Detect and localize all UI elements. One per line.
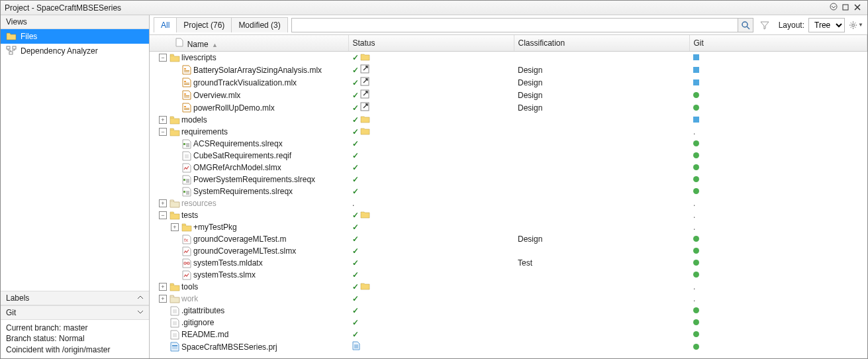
table-row[interactable]: OMGRefArchModel.slmx ✓	[150, 162, 867, 174]
classification-cell	[514, 221, 689, 233]
tab-modified[interactable]: Modified (3)	[231, 17, 287, 32]
file-name: groundCoverageMLTest.slmx	[193, 246, 296, 256]
check-icon: ✓	[352, 115, 359, 125]
git-clean-icon	[693, 176, 699, 182]
doc-status-icon	[352, 341, 360, 352]
mlx-icon	[181, 65, 192, 76]
table-row[interactable]: + +myTestPkg ✓ .	[150, 221, 867, 233]
labels-header[interactable]: Labels	[1, 291, 149, 305]
file-name: groundTrackVisualization.mlx	[193, 78, 297, 87]
check-icon: ✓	[352, 306, 359, 315]
classification-cell	[514, 293, 689, 305]
filter-button[interactable]	[757, 18, 772, 32]
table-row[interactable]: .gitattributes ✓	[150, 305, 867, 317]
slreqx-icon	[181, 186, 192, 197]
views-item-label: Dependency Analyzer	[21, 46, 98, 56]
check-icon: ✓	[352, 330, 359, 339]
search-button[interactable]	[738, 18, 753, 32]
folder-icon	[169, 210, 180, 221]
slmx-icon	[181, 162, 192, 173]
check-icon: ✓	[352, 246, 359, 256]
table-row[interactable]: + models ✓	[150, 114, 867, 126]
file-name: tests	[181, 211, 198, 220]
table-row[interactable]: SpaceCraftMBSESeries.prj	[150, 340, 867, 353]
collapse-icon[interactable]: −	[159, 128, 167, 136]
table-row[interactable]: + tools ✓ .	[150, 281, 867, 293]
slreqx-icon	[181, 138, 192, 149]
file-name: systemTests.slmx	[193, 270, 256, 280]
classification-cell	[514, 150, 689, 162]
svg-rect-3	[13, 46, 16, 49]
folder-icon	[181, 222, 192, 232]
svg-rect-9	[184, 72, 189, 72]
dropdown-icon[interactable]	[828, 3, 840, 13]
classification-cell	[514, 174, 689, 185]
git-none-icon: .	[693, 294, 695, 303]
folder-open-icon	[6, 31, 17, 42]
tab-all[interactable]: All	[154, 17, 177, 32]
column-git[interactable]: Git	[689, 35, 867, 52]
svg-rect-29	[172, 348, 177, 349]
table-row[interactable]: BatterySolarArraySizingAnalysis.mlx ✓ De…	[150, 64, 867, 76]
sort-ascending-icon: ▲	[212, 42, 218, 48]
table-row[interactable]: − requirements ✓ .	[150, 126, 867, 138]
expand-icon[interactable]: +	[171, 223, 179, 231]
table-row[interactable]: groundCoverageMLTest.slmx ✓	[150, 245, 867, 257]
file-name: BatterySolarArraySizingAnalysis.mlx	[193, 66, 322, 75]
svg-rect-20	[184, 108, 189, 109]
table-row[interactable]: + work ✓ .	[150, 293, 867, 305]
table-row[interactable]: systemTests.slmx ✓	[150, 269, 867, 281]
git-header-label: Git	[6, 308, 16, 317]
expand-icon[interactable]: +	[159, 283, 167, 291]
column-classification[interactable]: Classification	[514, 35, 689, 52]
table-row[interactable]: − livescripts ✓	[150, 52, 867, 64]
column-status[interactable]: Status	[348, 35, 514, 52]
link-status-icon	[360, 77, 369, 88]
settings-button[interactable]: ▼	[849, 18, 863, 32]
expand-icon[interactable]: +	[159, 116, 167, 124]
table-row[interactable]: .gitignore ✓	[150, 317, 867, 329]
close-icon[interactable]	[851, 3, 863, 13]
file-name: CubeSatRequirements.reqif	[193, 151, 291, 160]
git-header[interactable]: Git	[1, 306, 149, 320]
collapse-icon[interactable]: −	[159, 211, 167, 219]
views-item-files[interactable]: Files	[1, 29, 149, 44]
chevron-down-icon: ▼	[858, 22, 863, 28]
expand-icon[interactable]: +	[159, 199, 167, 207]
check-icon: ✓	[352, 318, 359, 327]
table-row[interactable]: SystemRequirements.slreqx ✓	[150, 185, 867, 197]
table-row[interactable]: ACSRequirements.slreqx ✓	[150, 138, 867, 150]
expand-icon[interactable]: +	[159, 295, 167, 303]
file-icon	[169, 305, 180, 316]
classification-cell	[514, 52, 689, 64]
table-row[interactable]: systemTests.mldatx ✓ Test	[150, 257, 867, 269]
search-input[interactable]	[291, 18, 738, 32]
table-row[interactable]: fx groundCoverageMLTest.m ✓ Design	[150, 233, 867, 245]
table-row[interactable]: CubeSatRequirements.reqif ✓	[150, 150, 867, 162]
table-row[interactable]: PowerSystemRequirements.slreqx ✓	[150, 174, 867, 185]
git-clean-icon	[693, 236, 699, 242]
maximize-icon[interactable]	[840, 3, 851, 13]
tab-project[interactable]: Project (76)	[176, 17, 232, 32]
check-icon: ✓	[352, 53, 359, 62]
table-row[interactable]: README.md ✓	[150, 329, 867, 340]
table-row[interactable]: groundTrackVisualization.mlx ✓ Design	[150, 76, 867, 89]
classification-cell	[514, 329, 689, 340]
svg-rect-15	[184, 93, 186, 95]
views-header: Views	[1, 15, 149, 29]
classification-cell	[514, 197, 689, 209]
layout-select[interactable]: Tree	[808, 18, 845, 32]
svg-rect-28	[172, 347, 177, 348]
classification-cell	[514, 340, 689, 353]
column-name[interactable]: Name ▲	[150, 35, 348, 52]
views-item-dependency-analyzer[interactable]: Dependency Analyzer	[1, 44, 149, 58]
table-row[interactable]: Overview.mlx ✓ Design	[150, 89, 867, 101]
table-row[interactable]: + resources . .	[150, 197, 867, 209]
mlx-icon	[181, 103, 192, 113]
collapse-icon[interactable]: −	[159, 54, 167, 62]
check-icon: ✓	[352, 223, 359, 232]
table-row[interactable]: powerRollUpDemo.mlx ✓ Design	[150, 101, 867, 114]
table-row[interactable]: − tests ✓ .	[150, 209, 867, 221]
file-name: tools	[181, 282, 198, 291]
check-icon: ✓	[352, 175, 359, 184]
